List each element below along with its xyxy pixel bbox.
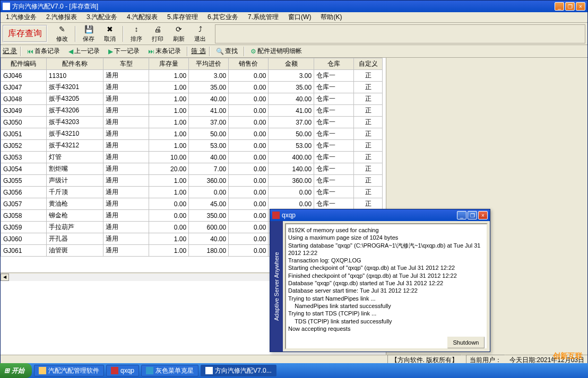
table-cell: 360.00 [189,175,229,187]
table-row[interactable]: GJ056千斤顶通用1.000.000.000.00仓库一正 [1,187,383,198]
table-row[interactable]: GJ050扳手43203通用1.0037.000.0037.00仓库一正 [1,117,383,128]
table-cell: 0.00 [229,163,269,175]
maximize-button[interactable]: ❐ [565,2,575,11]
sort-icon: ↕ [132,24,141,34]
menu-parts-biz[interactable]: 3.汽配业务 [84,12,119,23]
last-record-button[interactable]: ⏭末条记录 [145,45,184,57]
table-cell: 仓库一 [314,175,354,187]
save-button[interactable]: 💾保存 [78,24,99,44]
table-cell: GJ050 [1,117,47,128]
col-header[interactable]: 车型 [103,58,149,70]
cancel-button[interactable]: ✖取消 [99,24,120,44]
col-header[interactable]: 配件名称 [46,58,103,70]
table-cell: 1.00 [149,93,189,105]
popup-maximize-button[interactable]: ❐ [468,211,477,219]
table-cell: 扳手43212 [46,140,103,152]
print-icon: 🖨 [153,24,162,34]
col-header[interactable]: 自定义 [354,58,383,70]
table-row[interactable]: GJ04611310通用1.003.000.003.00仓库一正 [1,70,383,82]
menu-inventory[interactable]: 5.库存管理 [165,12,200,23]
exit-button[interactable]: ⤴退出 [189,24,211,44]
gear-icon: ⚙ [250,48,256,55]
table-row[interactable]: GJ054割炬嘴通用20.007.000.00140.00仓库一正 [1,163,383,175]
table-cell: 1.00 [149,140,189,152]
table-cell: 0.00 [229,187,269,198]
detail-button[interactable]: ⚙配件进销明细帐 [248,45,305,57]
table-cell: 灯管 [46,152,103,163]
table-cell: 通用 [103,245,149,257]
next-icon: ▶ [108,48,113,55]
table-cell: 通用 [103,222,149,233]
db-icon [111,367,118,374]
next-record-button[interactable]: ▶下一记录 [106,45,142,57]
taskbar-item-qxqp[interactable]: qxqp [106,365,139,376]
table-cell: 正 [354,152,383,163]
menu-system[interactable]: 7.系统管理 [246,12,281,23]
table-row[interactable]: GJ053灯管通用10.0040.000.00400.00仓库一正 [1,152,383,163]
table-row[interactable]: GJ052扳手43212通用1.0053.000.0053.00仓库一正 [1,140,383,152]
table-cell: 0.00 [149,222,189,233]
table-cell: 正 [354,163,383,175]
first-record-button[interactable]: ⏮首条记录 [24,45,63,57]
search-button[interactable]: 🔍查找 [213,45,240,57]
table-row[interactable]: GJ048扳手43205通用1.0040.000.0040.00仓库一正 [1,93,383,105]
table-cell: 600.00 [189,222,229,233]
app-icon [205,367,213,374]
menu-window[interactable]: 窗口(W) [286,12,313,23]
table-cell: GJ056 [1,187,47,198]
prev-record-button[interactable]: ◀上一记录 [66,45,102,57]
menu-repair-report[interactable]: 2.汽修报表 [44,12,79,23]
col-header[interactable]: 库存量 [149,58,189,70]
col-header[interactable]: 金额 [269,58,314,70]
shutdown-button[interactable]: Shutdown [447,337,485,348]
start-button[interactable]: ⊞开始 [0,363,32,378]
table-row[interactable]: GJ055声级计通用1.00360.000.00360.00仓库一正 [1,175,383,187]
save-icon: 💾 [84,24,93,34]
popup-close-button[interactable]: × [478,211,488,219]
menu-parts-report[interactable]: 4.汽配报表 [125,12,160,23]
table-cell: 仓库一 [314,82,354,93]
edit-button[interactable]: ✎修改 [51,24,73,44]
refresh-button[interactable]: ⟳刷新 [168,24,189,44]
menu-repair-biz[interactable]: 1.汽修业务 [4,12,39,23]
table-row[interactable]: GJ049扳手43206通用1.0041.000.0041.00仓库一正 [1,105,383,117]
table-cell: 400.00 [269,152,314,163]
table-row[interactable]: GJ057黄油枪通用0.0045.000.000.00仓库一正 [1,198,383,210]
prev-icon: ◀ [68,48,73,55]
table-cell: 通用 [103,140,149,152]
scroll-left-icon[interactable]: ◀ [1,274,9,281]
table-cell: 通用 [103,128,149,140]
table-cell: 1.00 [149,233,189,245]
table-cell: 扳手43205 [46,93,103,105]
table-row[interactable]: GJ047扳手43201通用1.0035.000.0035.00仓库一正 [1,82,383,93]
table-cell: 通用 [103,152,149,163]
table-cell: 仓库一 [314,105,354,117]
table-cell: 通用 [103,210,149,222]
minimize-button[interactable]: _ [555,2,564,11]
menu-other-biz[interactable]: 6.其它业务 [205,12,240,23]
table-row[interactable]: GJ051扳手43210通用1.0050.000.0050.00仓库一正 [1,128,383,140]
sort-button[interactable]: ↕排序 [126,24,147,44]
table-cell: 开孔器 [46,233,103,245]
taskbar-item-main-app[interactable]: 方向汽修汽配V7.0... [201,365,276,376]
taskbar-item-app1[interactable]: 汽配汽配管理软件 [34,365,104,376]
table-cell: 0.00 [229,198,269,210]
menu-help[interactable]: 帮助(K) [318,12,344,23]
popup-minimize-button[interactable]: _ [457,211,466,219]
print-button[interactable]: 🖨打印 [147,24,168,44]
close-button[interactable]: × [576,2,585,11]
col-header[interactable]: 平均进价 [189,58,229,70]
filter-label[interactable]: 筛 选 [191,47,205,56]
col-header[interactable]: 仓库 [314,58,354,70]
app-icon [3,3,10,10]
table-cell: 0.00 [229,93,269,105]
col-header[interactable]: 配件编码 [1,58,47,70]
col-header[interactable]: 销售价 [229,58,269,70]
taskbar-item-menu-tool[interactable]: 灰色菜单克星 [141,365,198,376]
popup-sidebar-label: Adaptive Server Anywhere [270,221,283,351]
popup-icon [272,212,280,219]
table-cell: 0.00 [229,128,269,140]
table-cell: GJ049 [1,105,47,117]
server-log[interactable]: 8192K of memory used for caching Using a… [285,223,488,349]
table-cell: 40.00 [189,233,229,245]
